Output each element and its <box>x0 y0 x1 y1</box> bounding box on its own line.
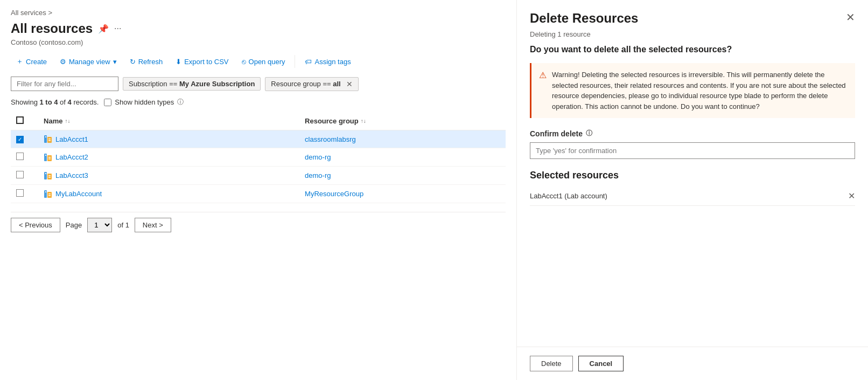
breadcrumb[interactable]: All services > <box>11 9 506 17</box>
svg-rect-11 <box>47 174 52 179</box>
previous-button[interactable]: < Previous <box>11 218 60 232</box>
download-icon: ⬇ <box>176 58 181 66</box>
pin-icon[interactable]: 📌 <box>98 24 109 34</box>
delete-button[interactable]: Delete <box>530 356 573 371</box>
table-row: LabAccct3 demo-rg <box>11 167 506 185</box>
resource-name: LabAccct3 <box>55 171 88 179</box>
row-checkbox[interactable] <box>16 153 24 160</box>
show-hidden-types-label[interactable]: Show hidden types ⓘ <box>104 98 184 107</box>
resource-group-filter-text: Resource group == all <box>271 80 340 88</box>
records-count: Showing 1 to 4 of 4 records. <box>11 98 99 106</box>
cancel-button[interactable]: Cancel <box>578 356 624 371</box>
resource-group-link[interactable]: demo-rg <box>305 171 331 179</box>
resource-group-link[interactable]: classroomlabsrg <box>305 135 356 143</box>
page-of: of 1 <box>117 221 129 229</box>
row-checkbox[interactable] <box>16 189 24 197</box>
subscription-filter-tag: Subscription == My Azure Subscription <box>123 77 261 91</box>
panel-subtitle: Deleting 1 resource <box>517 30 868 45</box>
warning-box: ⚠ Warning! Deleting the selected resourc… <box>530 63 855 118</box>
resource-group-link[interactable]: MyResourceGroup <box>305 190 363 198</box>
resource-group-link[interactable]: demo-rg <box>305 153 331 161</box>
confirm-section: Confirm delete ⓘ <box>530 129 855 159</box>
select-all-checkbox[interactable] <box>16 116 24 124</box>
page-select[interactable]: 1 <box>87 218 112 232</box>
page-label: Page <box>66 221 82 229</box>
query-icon: ⎋ <box>242 58 246 66</box>
resource-link[interactable]: LabAccct1 <box>44 135 294 143</box>
table-row: LabAccct2 demo-rg <box>11 148 506 167</box>
refresh-button[interactable]: ↻ Refresh <box>124 55 169 68</box>
show-hidden-types-text: Show hidden types <box>115 98 174 106</box>
show-hidden-info-icon[interactable]: ⓘ <box>177 98 184 107</box>
filter-input[interactable] <box>11 77 118 91</box>
svg-rect-19 <box>48 195 51 196</box>
svg-rect-13 <box>48 175 51 176</box>
table-row: MyLabAccount MyResourceGroup <box>11 185 506 203</box>
svg-rect-3 <box>48 139 51 140</box>
svg-rect-7 <box>45 155 46 156</box>
breadcrumb-separator: > <box>48 9 52 17</box>
panel-footer: Delete Cancel <box>517 347 868 380</box>
row-checkbox[interactable]: ✓ <box>16 136 24 143</box>
page-title: All resources <box>11 21 93 36</box>
create-icon: ＋ <box>16 57 23 66</box>
confirm-input[interactable] <box>530 142 855 159</box>
resource-table: Name ↑↓ Resource group ↑↓ ✓ <box>11 112 506 203</box>
svg-rect-16 <box>47 192 52 198</box>
create-button[interactable]: ＋ Create <box>11 54 52 69</box>
svg-rect-2 <box>45 136 46 137</box>
records-row: Showing 1 to 4 of 4 records. Show hidden… <box>11 98 506 107</box>
lab-icon <box>44 153 52 162</box>
row-checkbox[interactable] <box>16 171 24 178</box>
more-options-icon[interactable]: ··· <box>114 24 121 33</box>
show-hidden-types-checkbox[interactable] <box>104 99 111 106</box>
table-row: ✓ LabAccct1 classroomlabsrg <box>11 130 506 148</box>
open-query-button[interactable]: ⎋ Open query <box>236 55 291 68</box>
assign-tags-button[interactable]: 🏷 Assign tags <box>299 55 356 68</box>
export-csv-button[interactable]: ⬇ Export to CSV <box>170 55 234 68</box>
gear-icon: ⚙ <box>60 58 66 66</box>
next-button[interactable]: Next > <box>135 218 171 232</box>
resource-group-column-header: Resource group <box>305 117 359 125</box>
lab-icon <box>44 171 52 180</box>
svg-rect-6 <box>47 155 52 161</box>
name-sort-icon[interactable]: ↑↓ <box>65 118 70 124</box>
resource-name: LabAccct2 <box>55 153 88 161</box>
resource-link[interactable]: LabAccct3 <box>44 171 294 180</box>
panel-close-button[interactable]: ✕ <box>846 11 855 24</box>
svg-rect-18 <box>48 194 51 195</box>
svg-rect-12 <box>45 173 46 174</box>
resource-link[interactable]: MyLabAccount <box>44 190 294 198</box>
panel-body: Do you want to delete all the selected r… <box>517 45 868 347</box>
resource-name: MyLabAccount <box>55 190 102 198</box>
remove-selected-resource-button[interactable]: ✕ <box>848 191 855 201</box>
chevron-down-icon: ▾ <box>113 58 117 66</box>
breadcrumb-text[interactable]: All services <box>11 9 46 17</box>
lab-icon <box>44 135 52 143</box>
subscription-filter-text: Subscription == My Azure Subscription <box>129 80 255 88</box>
svg-rect-9 <box>48 158 51 160</box>
svg-rect-14 <box>48 177 51 178</box>
left-panel: All services > All resources 📌 ··· Conto… <box>0 0 517 380</box>
confirm-info-icon[interactable]: ⓘ <box>586 129 592 138</box>
rg-sort-icon[interactable]: ↑↓ <box>361 118 366 124</box>
delete-question: Do you want to delete all the selected r… <box>530 45 855 54</box>
toolbar-divider <box>295 55 295 68</box>
selected-resource-name: LabAccct1 (Lab account) <box>530 192 607 200</box>
resource-link[interactable]: LabAccct2 <box>44 153 294 162</box>
warning-icon: ⚠ <box>539 70 547 112</box>
svg-rect-8 <box>48 157 51 158</box>
panel-title: Delete Resources <box>530 11 638 26</box>
resource-group-filter-tag: Resource group == all ✕ <box>265 77 358 91</box>
resource-group-filter-close[interactable]: ✕ <box>346 80 353 88</box>
pagination: < Previous Page 1 of 1 Next > <box>11 212 506 232</box>
confirm-delete-label: Confirm delete <box>530 129 583 138</box>
panel-header: Delete Resources ✕ <box>517 0 868 30</box>
svg-rect-1 <box>47 137 52 143</box>
selected-resources-section: Selected resources LabAccct1 (Lab accoun… <box>530 170 855 206</box>
lab-icon <box>44 190 52 198</box>
filters-row: Subscription == My Azure Subscription Re… <box>11 77 506 91</box>
svg-rect-4 <box>48 140 51 141</box>
delete-resources-panel: Delete Resources ✕ Deleting 1 resource D… <box>517 0 868 380</box>
manage-view-button[interactable]: ⚙ Manage view ▾ <box>54 55 122 68</box>
